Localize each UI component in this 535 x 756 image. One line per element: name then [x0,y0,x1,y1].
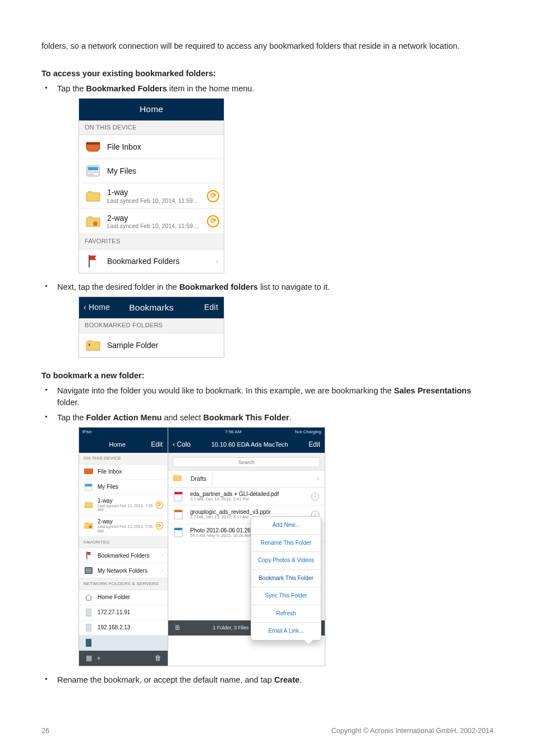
svg-rect-9 [85,484,92,486]
popover-sync[interactable]: Sync This Folder [251,587,321,605]
step-text: Navigate into the folder you would like … [57,386,394,395]
breadcrumb: Drafts › [168,471,325,488]
file-inbox-row[interactable]: File Inbox [79,135,224,159]
server-icon [84,638,94,647]
edit-button[interactable]: Edit [204,302,218,313]
sidebar-item-1way[interactable]: 1-wayLast synced Feb 11, 2014, 7:35 AM ⟳ [79,495,168,516]
file-meta: 3.7 MB, Dec 14, 2010, 2:41 PM [190,497,279,502]
tablet-icon [84,566,94,575]
step-text: list to navigate to it. [258,282,330,291]
svg-rect-6 [89,255,90,267]
folder-icon [85,189,102,203]
search-bar [168,453,325,471]
sidebar-item-bookmarked[interactable]: Bookmarked Folders › [79,548,168,563]
sidebar-item-label: Bookmarked Folders [98,553,149,559]
popover-rename[interactable]: Rename This Folder [251,535,321,553]
sidebar-item-sub: Last synced Feb 11, 2014, 7:35 AM [98,525,156,533]
sidebar-title: Home [109,440,125,449]
folder-icon [85,214,102,229]
grid-icon[interactable]: ▦ [84,653,94,663]
row-label: 2-way [107,214,199,222]
popover-copy-photos[interactable]: Copy Photos & Videos [251,552,321,570]
sidebar-toolbar: ▦ ＋ 🗑 [79,651,168,666]
png-icon [174,527,185,537]
edit-button[interactable]: Edit [308,440,320,449]
sidebar-item-label: 172.27.11.91 [98,609,130,615]
my-files-row[interactable]: My Files [79,159,224,183]
one-way-row[interactable]: 1-way Last synced Feb 10, 2014, 11:59… ⟳ [79,183,224,208]
section-bookmark-title: To bookmark a new folder: [41,370,494,382]
doc-icon[interactable]: 🗎 [173,623,183,633]
bold: Bookmark This Folder [204,413,289,422]
sample-folder-row[interactable]: Sample Folder [79,333,224,357]
sync-icon: ⟳ [207,215,219,228]
sidebar-item-label: File Inbox [98,469,122,475]
popover-email-link[interactable]: Email A Link... [251,623,321,640]
screenshot-tablet: iPad Home Edit ON THIS DEVICE File Inbox [79,427,325,666]
svg-rect-4 [88,174,94,175]
svg-rect-20 [174,510,182,512]
popover-refresh[interactable]: Refresh [251,605,321,623]
card-icon [85,164,102,178]
sidebar-item-srv2[interactable]: 192.168.2.13 [79,620,168,636]
sidebar-item-inbox[interactable]: File Inbox [79,465,168,480]
add-icon[interactable]: ＋ [94,653,104,663]
sidebar-item-label: Colo [98,639,109,646]
back-button[interactable]: ‹ Colo [173,440,191,449]
navbar-title: Home [140,104,163,114]
status-bar: 7:56 AM Not Charging [168,428,325,437]
back-button[interactable]: ‹ Home [84,302,110,313]
group-header: FAVORITES [79,537,168,549]
sidebar-item-label: My Files [98,484,118,490]
file-row[interactable]: eda_partner_ads + GLI-detailed.pdf3.7 MB… [168,488,325,505]
sidebar-edit-button[interactable]: Edit [151,440,163,449]
bookmarks-navbar: ‹ Home Bookmarks Edit [79,297,224,318]
sidebar-item-label: Home Folder [98,594,130,600]
row-label: File Inbox [107,142,141,151]
bold: Folder Action Menu [86,413,162,422]
search-input[interactable] [173,457,320,467]
group-header-fav: FAVORITES [79,234,224,249]
sidebar-item-home[interactable]: Home Folder [79,590,168,605]
row-label: 1-way [107,188,199,197]
breadcrumb-item[interactable]: Drafts [185,472,213,486]
svg-point-5 [93,221,98,226]
sidebar-item-2way[interactable]: 2-wayLast synced Feb 11, 2014, 7:35 AM ⟳ [79,516,168,536]
status-time: 7:56 AM [225,429,241,435]
trash-icon[interactable]: 🗑 [153,653,163,663]
bold: Bookmarked Folders [86,84,167,93]
home-navbar: Home [79,99,224,120]
bookmarked-folders-row[interactable]: Bookmarked Folders › [79,249,224,273]
popover-add-new[interactable]: Add New... [251,517,321,535]
bold: Sales Presentations [394,386,471,395]
svg-rect-3 [88,171,98,173]
ppt-icon [174,509,185,520]
back-label: Colo [177,440,191,448]
row-label: Sample Folder [107,341,158,350]
content-title: 10.10.60 EDA Ada MacTech [211,440,288,449]
svg-rect-16 [86,639,91,647]
svg-point-10 [89,526,92,528]
folder-icon [173,473,182,485]
svg-rect-15 [86,624,91,632]
two-way-row[interactable]: 2-way Last synced Feb 10, 2014, 11:59… ⟳ [79,209,224,234]
inbox-icon [85,140,102,154]
step-text: Rename the bookmark, or accept the defau… [57,675,274,684]
intro-paragraph: folders, so a network connection will be… [41,40,494,52]
sidebar-item-srv1[interactable]: 172.27.11.91 [79,605,168,620]
popover-bookmark[interactable]: Bookmark This Folder [251,570,321,588]
step-text: Tap the [57,84,86,93]
folder-action-popover: Add New... Rename This Folder Copy Photo… [251,516,321,641]
svg-rect-14 [86,609,91,616]
folder-icon [84,521,94,530]
sidebar-item-colo[interactable]: Colo [79,636,168,651]
copyright: Copyright © Acronis International GmbH, … [331,726,494,736]
sidebar-item-label: 2-way [98,518,156,525]
sidebar-item-myfiles[interactable]: My Files [79,480,168,495]
sync-icon: ⟳ [156,501,163,509]
sidebar-item-mynetwork[interactable]: My Network Folders › [79,563,168,578]
info-icon[interactable]: i [311,493,319,500]
chevron-right-icon: › [162,551,163,560]
sidebar-item-label: My Network Folders [98,568,147,574]
row-sub: Last synced Feb 10, 2014, 11:59… [107,222,199,229]
